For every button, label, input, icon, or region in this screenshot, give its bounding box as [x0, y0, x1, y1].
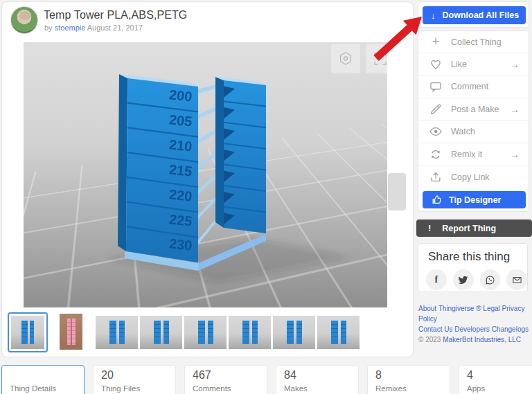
twitter-icon	[458, 275, 468, 285]
chevron-right-icon: →	[510, 149, 520, 160]
tab-label: Remixes	[375, 384, 442, 393]
view-3d-button[interactable]	[331, 44, 360, 73]
byline: by stoempie August 21, 2017	[44, 24, 143, 32]
action-label: Comment	[451, 82, 488, 91]
site-footer: About Thingiverse ® Legal Privacy Policy…	[418, 303, 531, 345]
footer-link-contact[interactable]: Contact Us	[418, 325, 452, 333]
tab-count	[10, 369, 76, 383]
tab-comments[interactable]: 467 Comments	[184, 365, 267, 394]
tab-label: Thing Details	[10, 384, 76, 393]
action-label: Like	[451, 60, 467, 69]
tab-count: 467	[193, 369, 259, 383]
tab-count: 84	[284, 369, 351, 383]
tab-apps[interactable]: 4 Apps	[459, 365, 532, 394]
copyright-company[interactable]: MakerBot Industries, LLC	[443, 336, 521, 343]
share-whatsapp-button[interactable]	[480, 269, 501, 290]
collect-thing-button[interactable]: + Collect Thing	[418, 31, 529, 53]
report-thing-button[interactable]: ! Report Thing	[416, 220, 532, 237]
upload-icon	[429, 170, 443, 184]
thing-card: Temp Tower PLA,ABS,PETG by stoempie Augu…	[1, 1, 414, 357]
download-all-files-button[interactable]: ↓ Download All Files	[423, 6, 526, 24]
plus-icon: +	[429, 35, 443, 49]
like-button[interactable]: Like →	[418, 53, 529, 75]
eye-icon	[429, 125, 443, 138]
hexagon-icon	[337, 50, 355, 68]
tab-thing-files[interactable]: 20 Thing Files	[93, 365, 176, 394]
tab-label: Thing Files	[101, 384, 168, 393]
thing-tabs: Thing Details 20 Thing Files 467 Comment…	[1, 365, 532, 394]
action-label: Copy Link	[451, 172, 490, 182]
thumbnail-strip	[2, 310, 413, 355]
action-label: Post a Make	[451, 105, 499, 114]
tab-label: Apps	[467, 384, 532, 393]
temp-tower-render: 200 205 210 215 220 225 230	[24, 42, 387, 307]
chevron-right-icon: →	[510, 59, 520, 70]
comment-button[interactable]: Comment	[418, 76, 529, 98]
thingiverse-page: Temp Tower PLA,ABS,PETG by stoempie Augu…	[0, 0, 532, 394]
author-link[interactable]: stoempie	[55, 24, 86, 32]
tip-designer-label: Tip Designer	[449, 195, 501, 205]
remix-icon	[429, 147, 443, 161]
footer-link-about[interactable]: About Thingiverse ®	[418, 305, 481, 312]
thumbnail-photo[interactable]	[60, 314, 82, 350]
share-twitter-button[interactable]	[453, 269, 474, 290]
exclamation-icon: !	[428, 223, 431, 233]
publish-date: August 21, 2017	[87, 24, 143, 32]
share-card: Share this thing f	[418, 243, 528, 292]
tower-level-205: 205	[168, 111, 193, 129]
tab-count: 8	[375, 369, 442, 383]
model-viewer[interactable]: 200 205 210 215 220 225 230	[24, 42, 387, 307]
facebook-icon: f	[435, 274, 438, 285]
copy-link-button[interactable]: Copy Link	[418, 165, 529, 188]
pencil-icon	[429, 102, 443, 116]
thumbnail-render[interactable]	[273, 316, 315, 349]
thumbs-up-icon	[431, 194, 443, 206]
download-icon: ↓	[431, 10, 436, 21]
tower-level-225: 225	[168, 211, 193, 229]
email-icon	[512, 275, 522, 285]
scrollbar-thumb[interactable]	[388, 173, 406, 211]
tower-level-215: 215	[168, 161, 193, 179]
footer-link-changelogs[interactable]: Changelogs	[492, 325, 529, 333]
post-a-make-button[interactable]: Post a Make →	[418, 98, 529, 120]
tab-count: 4	[467, 369, 532, 383]
tower-level-210: 210	[168, 136, 193, 154]
action-label: Collect Thing	[451, 37, 502, 47]
thumbnail-selected[interactable]	[8, 312, 48, 352]
tip-designer-button[interactable]: Tip Designer	[423, 191, 526, 208]
share-facebook-button[interactable]: f	[426, 269, 447, 290]
footer-link-legal[interactable]: Legal	[483, 305, 499, 312]
remix-it-button[interactable]: Remix it →	[418, 143, 529, 165]
chevron-right-icon: →	[510, 104, 520, 115]
share-email-button[interactable]	[506, 269, 527, 290]
expand-icon	[371, 50, 387, 68]
fullscreen-button[interactable]	[366, 44, 387, 73]
comment-icon	[429, 80, 443, 93]
actions-card: + Collect Thing Like → Comment	[418, 30, 529, 212]
copyright-year: © 2023	[418, 336, 441, 343]
share-title: Share this thing	[428, 250, 527, 264]
thing-header: Temp Tower PLA,ABS,PETG by stoempie Augu…	[2, 2, 413, 41]
tab-label: Makes	[284, 384, 351, 393]
thumbnail-render[interactable]	[96, 316, 138, 349]
tower-level-220: 220	[168, 186, 193, 204]
action-label: Remix it	[451, 150, 482, 159]
thumbnail-render[interactable]	[140, 316, 182, 349]
heart-icon	[429, 57, 443, 71]
tab-remixes[interactable]: 8 Remixes	[367, 365, 450, 394]
download-card: ↓ Download All Files	[418, 1, 529, 28]
tab-count: 20	[101, 369, 168, 383]
tab-label: Comments	[193, 384, 259, 393]
avatar[interactable]	[10, 6, 38, 34]
download-label: Download All Files	[443, 10, 520, 20]
tab-thing-details[interactable]: Thing Details	[1, 365, 85, 394]
thumbnail-render[interactable]	[229, 316, 271, 349]
thumbnail-render[interactable]	[184, 316, 227, 349]
byline-by: by	[44, 24, 53, 32]
watch-button[interactable]: Watch	[418, 121, 529, 143]
report-thing-label: Report Thing	[442, 224, 496, 233]
thumbnail-render[interactable]	[317, 316, 360, 349]
tab-makes[interactable]: 84 Makes	[276, 365, 359, 394]
page-title: Temp Tower PLA,ABS,PETG	[44, 9, 187, 21]
footer-link-developers[interactable]: Developers	[454, 325, 490, 333]
